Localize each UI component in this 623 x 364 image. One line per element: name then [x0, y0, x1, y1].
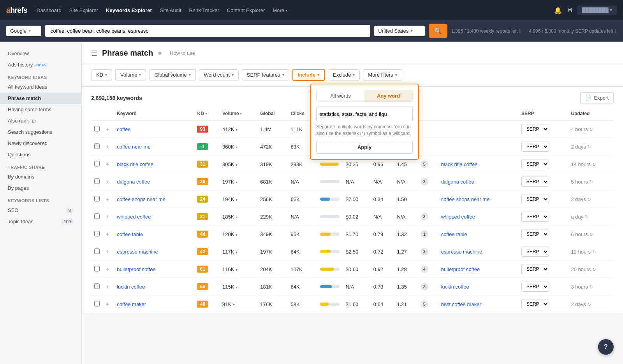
th-keyword[interactable]: Keyword	[114, 107, 194, 120]
row-keyword[interactable]: bulletproof coffee	[114, 261, 194, 278]
row-serp-select[interactable]: SERP	[518, 138, 568, 156]
logo[interactable]: ahrefs	[6, 6, 27, 15]
sidebar-having-same-terms[interactable]: Having same terms	[0, 104, 81, 115]
sidebar-questions[interactable]: Questions	[0, 149, 81, 160]
row-keyword[interactable]: coffee shops near me	[114, 191, 194, 208]
row-serp-select[interactable]: SERP	[518, 191, 568, 208]
nav-more[interactable]: More ▾	[273, 7, 287, 13]
row-checkbox[interactable]	[91, 138, 103, 156]
row-keyword[interactable]: coffee	[114, 120, 194, 138]
refresh-icon[interactable]: ↻	[589, 232, 593, 237]
row-serp-kw[interactable]: espresso machine	[438, 243, 518, 261]
row-serp-select[interactable]: SERP	[518, 156, 568, 173]
filter-volume[interactable]: Volume ▾	[115, 69, 146, 80]
th-global[interactable]: Global	[257, 107, 287, 120]
sidebar-by-pages[interactable]: By pages	[0, 182, 81, 194]
row-serp-kw[interactable]	[438, 120, 518, 138]
hamburger-icon[interactable]: ☰	[91, 49, 97, 58]
row-serp-select[interactable]: SERP	[518, 208, 568, 226]
row-add[interactable]: +	[103, 173, 114, 191]
th-kd[interactable]: KD ▾	[194, 107, 219, 120]
row-add[interactable]: +	[103, 138, 114, 156]
row-serp-kw[interactable]	[438, 138, 518, 156]
search-input[interactable]	[45, 25, 370, 37]
row-checkbox[interactable]	[91, 156, 103, 173]
refresh-icon[interactable]: ↻	[589, 284, 593, 290]
nav-rank-tracker[interactable]: Rank Tracker	[189, 7, 219, 13]
filter-serp-features[interactable]: SERP features ▾	[242, 69, 289, 80]
country-select[interactable]: United States ▾	[374, 26, 425, 36]
toggle-any-word[interactable]: Any word	[364, 90, 412, 102]
serp-keyword-link[interactable]: dalgona coffee	[441, 179, 474, 185]
sidebar-also-rank-for[interactable]: Also rank for	[0, 115, 81, 126]
monitor-icon[interactable]: 🖥	[567, 7, 573, 14]
row-keyword[interactable]: luckin coffee	[114, 278, 194, 296]
serp-keyword-link[interactable]: bulletproof coffee	[441, 266, 480, 272]
refresh-icon[interactable]: ↻	[589, 127, 593, 132]
refresh-icon[interactable]: ↻	[585, 214, 589, 220]
row-serp-select[interactable]: SERP	[518, 278, 568, 296]
row-checkbox[interactable]	[91, 226, 103, 243]
filter-include[interactable]: Include ▾	[292, 69, 325, 81]
row-serp-select[interactable]: SERP	[518, 261, 568, 278]
sidebar-all-keyword-ideas[interactable]: All keyword ideas	[0, 81, 81, 93]
row-checkbox[interactable]	[91, 278, 103, 296]
include-input[interactable]	[316, 107, 413, 121]
row-add[interactable]: +	[103, 156, 114, 173]
row-add[interactable]: +	[103, 226, 114, 243]
row-keyword[interactable]: whipped coffee	[114, 208, 194, 226]
serp-keyword-link[interactable]: luckin coffee	[441, 284, 469, 290]
sidebar-ads-history[interactable]: Ads historyBETA	[0, 59, 81, 70]
sidebar-seo[interactable]: SEO 8	[0, 205, 81, 216]
row-add[interactable]: +	[103, 278, 114, 296]
sidebar-topic-ideas[interactable]: Topic Ideas 109	[0, 216, 81, 227]
notification-icon[interactable]: 🔔	[554, 7, 562, 14]
search-button[interactable]: 🔍	[429, 24, 447, 38]
filter-word-count[interactable]: Word count ▾	[199, 69, 239, 80]
sidebar-overview[interactable]: Overview	[0, 48, 81, 59]
user-menu[interactable]: ████████ ▾	[577, 5, 617, 15]
serp-keyword-link[interactable]: coffee table	[441, 231, 467, 237]
row-serp-kw[interactable]: dalgona coffee	[438, 173, 518, 191]
filter-more-filters[interactable]: More filters ▾	[363, 69, 402, 80]
refresh-icon[interactable]: ↻	[592, 249, 596, 255]
apply-button[interactable]: Apply	[316, 141, 413, 154]
sidebar-search-suggestions[interactable]: Search suggestions	[0, 126, 81, 138]
row-serp-select[interactable]: SERP	[518, 173, 568, 191]
filter-global-volume[interactable]: Global volume ▾	[149, 69, 195, 80]
row-keyword[interactable]: coffee near me	[114, 138, 194, 156]
sidebar-phrase-match[interactable]: Phrase match	[0, 93, 81, 104]
row-keyword[interactable]: coffee maker	[114, 296, 194, 313]
row-serp-kw[interactable]: luckin coffee	[438, 278, 518, 296]
serp-keyword-link[interactable]: black rifle coffee	[441, 161, 478, 167]
toggle-all-words[interactable]: All words	[317, 90, 364, 102]
export-button[interactable]: 📄 Export	[580, 92, 614, 103]
row-checkbox[interactable]	[91, 173, 103, 191]
row-serp-kw[interactable]: coffee table	[438, 226, 518, 243]
serp-keyword-link[interactable]: whipped coffee	[441, 214, 475, 220]
nav-site-explorer[interactable]: Site Explorer	[69, 7, 98, 13]
refresh-icon[interactable]: ↻	[587, 302, 591, 307]
nav-keywords-explorer[interactable]: Keywords Explorer	[106, 7, 152, 13]
how-to-use-link[interactable]: How to use	[170, 50, 195, 56]
row-add[interactable]: +	[103, 191, 114, 208]
refresh-icon[interactable]: ↻	[592, 267, 596, 272]
row-serp-kw[interactable]: coffee shops near me	[438, 191, 518, 208]
nav-content-explorer[interactable]: Content Explorer	[227, 7, 265, 13]
refresh-icon[interactable]: ↻	[587, 144, 591, 150]
sidebar-by-domains[interactable]: By domains	[0, 171, 81, 182]
row-serp-kw[interactable]: best coffee maker	[438, 296, 518, 313]
row-serp-select[interactable]: SERP	[518, 120, 568, 138]
refresh-icon[interactable]: ↻	[589, 179, 593, 185]
row-serp-select[interactable]: SERP	[518, 243, 568, 261]
th-volume[interactable]: Volume ▾	[219, 107, 257, 120]
row-add[interactable]: +	[103, 261, 114, 278]
row-add[interactable]: +	[103, 243, 114, 261]
row-serp-kw[interactable]: bulletproof coffee	[438, 261, 518, 278]
serp-keyword-link[interactable]: espresso machine	[441, 249, 482, 255]
row-serp-kw[interactable]: whipped coffee	[438, 208, 518, 226]
row-serp-select[interactable]: SERP	[518, 296, 568, 313]
engine-select[interactable]: Google ▾	[6, 26, 41, 36]
row-checkbox[interactable]	[91, 296, 103, 313]
row-keyword[interactable]: black rifle coffee	[114, 156, 194, 173]
